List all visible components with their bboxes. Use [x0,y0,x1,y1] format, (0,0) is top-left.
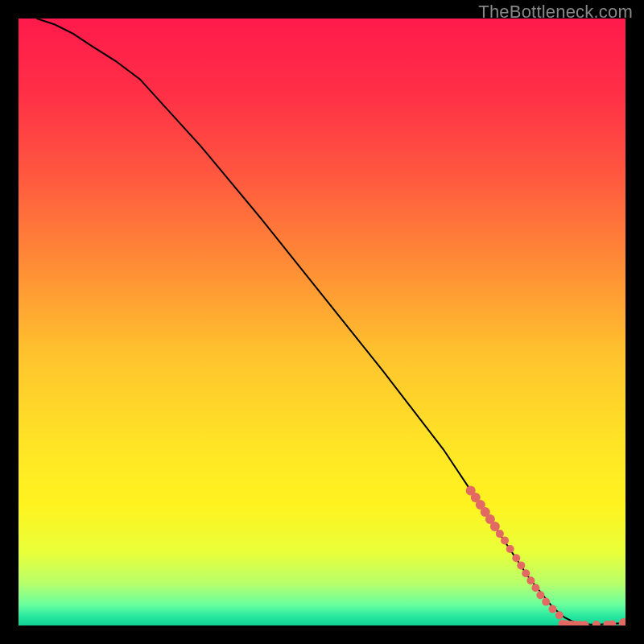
watermark-text: TheBottleneck.com [478,2,633,23]
data-point [501,536,509,544]
gradient-bg [19,19,625,625]
data-point [490,522,500,531]
data-point [512,554,520,562]
data-point [517,561,525,569]
chart-container: TheBottleneck.com [0,0,644,644]
data-point [536,591,544,599]
data-point [506,545,514,553]
data-point [542,598,550,606]
data-point [549,605,557,613]
bottleneck-chart [19,19,625,625]
data-point [522,569,530,577]
data-point [531,584,539,592]
data-point [555,611,564,619]
data-point [496,530,504,538]
data-point [526,576,535,584]
